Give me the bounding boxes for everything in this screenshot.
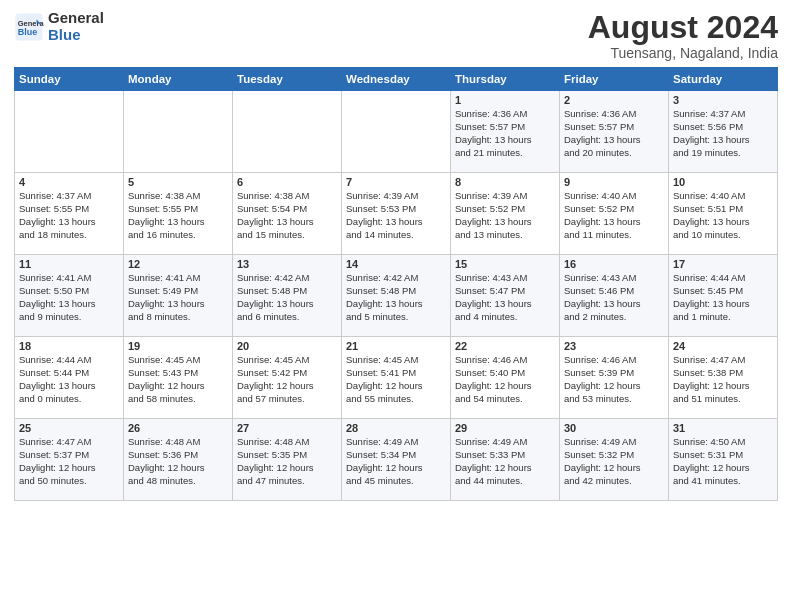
day-number: 9 bbox=[564, 176, 664, 188]
cell-details: Sunrise: 4:50 AMSunset: 5:31 PMDaylight:… bbox=[673, 436, 773, 487]
weekday-header-saturday: Saturday bbox=[669, 68, 778, 91]
cell-details: Sunrise: 4:45 AMSunset: 5:43 PMDaylight:… bbox=[128, 354, 228, 405]
cell-details: Sunrise: 4:49 AMSunset: 5:34 PMDaylight:… bbox=[346, 436, 446, 487]
cell-details: Sunrise: 4:48 AMSunset: 5:36 PMDaylight:… bbox=[128, 436, 228, 487]
calendar-cell: 24Sunrise: 4:47 AMSunset: 5:38 PMDayligh… bbox=[669, 337, 778, 419]
calendar-week-row: 25Sunrise: 4:47 AMSunset: 5:37 PMDayligh… bbox=[15, 419, 778, 501]
cell-details: Sunrise: 4:44 AMSunset: 5:44 PMDaylight:… bbox=[19, 354, 119, 405]
calendar-page: General Blue GeneralBlue August 2024 Tue… bbox=[0, 0, 792, 511]
calendar-cell: 22Sunrise: 4:46 AMSunset: 5:40 PMDayligh… bbox=[451, 337, 560, 419]
weekday-header-row: SundayMondayTuesdayWednesdayThursdayFrid… bbox=[15, 68, 778, 91]
calendar-cell: 12Sunrise: 4:41 AMSunset: 5:49 PMDayligh… bbox=[124, 255, 233, 337]
day-number: 19 bbox=[128, 340, 228, 352]
calendar-table: SundayMondayTuesdayWednesdayThursdayFrid… bbox=[14, 67, 778, 501]
day-number: 15 bbox=[455, 258, 555, 270]
cell-details: Sunrise: 4:45 AMSunset: 5:42 PMDaylight:… bbox=[237, 354, 337, 405]
day-number: 28 bbox=[346, 422, 446, 434]
day-number: 16 bbox=[564, 258, 664, 270]
calendar-cell: 17Sunrise: 4:44 AMSunset: 5:45 PMDayligh… bbox=[669, 255, 778, 337]
day-number: 7 bbox=[346, 176, 446, 188]
cell-details: Sunrise: 4:36 AMSunset: 5:57 PMDaylight:… bbox=[455, 108, 555, 159]
weekday-header-monday: Monday bbox=[124, 68, 233, 91]
calendar-week-row: 4Sunrise: 4:37 AMSunset: 5:55 PMDaylight… bbox=[15, 173, 778, 255]
calendar-cell: 11Sunrise: 4:41 AMSunset: 5:50 PMDayligh… bbox=[15, 255, 124, 337]
calendar-cell: 13Sunrise: 4:42 AMSunset: 5:48 PMDayligh… bbox=[233, 255, 342, 337]
location-subtitle: Tuensang, Nagaland, India bbox=[588, 45, 778, 61]
calendar-cell bbox=[342, 91, 451, 173]
calendar-cell bbox=[233, 91, 342, 173]
calendar-cell: 21Sunrise: 4:45 AMSunset: 5:41 PMDayligh… bbox=[342, 337, 451, 419]
weekday-header-wednesday: Wednesday bbox=[342, 68, 451, 91]
calendar-cell bbox=[124, 91, 233, 173]
calendar-cell: 4Sunrise: 4:37 AMSunset: 5:55 PMDaylight… bbox=[15, 173, 124, 255]
day-number: 25 bbox=[19, 422, 119, 434]
title-block: August 2024 Tuensang, Nagaland, India bbox=[588, 10, 778, 61]
weekday-header-friday: Friday bbox=[560, 68, 669, 91]
calendar-cell: 27Sunrise: 4:48 AMSunset: 5:35 PMDayligh… bbox=[233, 419, 342, 501]
day-number: 30 bbox=[564, 422, 664, 434]
calendar-cell: 2Sunrise: 4:36 AMSunset: 5:57 PMDaylight… bbox=[560, 91, 669, 173]
calendar-week-row: 11Sunrise: 4:41 AMSunset: 5:50 PMDayligh… bbox=[15, 255, 778, 337]
cell-details: Sunrise: 4:46 AMSunset: 5:39 PMDaylight:… bbox=[564, 354, 664, 405]
calendar-cell: 9Sunrise: 4:40 AMSunset: 5:52 PMDaylight… bbox=[560, 173, 669, 255]
day-number: 24 bbox=[673, 340, 773, 352]
month-year-title: August 2024 bbox=[588, 10, 778, 45]
cell-details: Sunrise: 4:37 AMSunset: 5:56 PMDaylight:… bbox=[673, 108, 773, 159]
day-number: 22 bbox=[455, 340, 555, 352]
day-number: 20 bbox=[237, 340, 337, 352]
day-number: 13 bbox=[237, 258, 337, 270]
cell-details: Sunrise: 4:47 AMSunset: 5:37 PMDaylight:… bbox=[19, 436, 119, 487]
cell-details: Sunrise: 4:44 AMSunset: 5:45 PMDaylight:… bbox=[673, 272, 773, 323]
cell-details: Sunrise: 4:40 AMSunset: 5:52 PMDaylight:… bbox=[564, 190, 664, 241]
calendar-cell: 1Sunrise: 4:36 AMSunset: 5:57 PMDaylight… bbox=[451, 91, 560, 173]
cell-details: Sunrise: 4:43 AMSunset: 5:47 PMDaylight:… bbox=[455, 272, 555, 323]
calendar-cell: 29Sunrise: 4:49 AMSunset: 5:33 PMDayligh… bbox=[451, 419, 560, 501]
day-number: 14 bbox=[346, 258, 446, 270]
day-number: 17 bbox=[673, 258, 773, 270]
cell-details: Sunrise: 4:37 AMSunset: 5:55 PMDaylight:… bbox=[19, 190, 119, 241]
day-number: 23 bbox=[564, 340, 664, 352]
calendar-cell: 20Sunrise: 4:45 AMSunset: 5:42 PMDayligh… bbox=[233, 337, 342, 419]
cell-details: Sunrise: 4:46 AMSunset: 5:40 PMDaylight:… bbox=[455, 354, 555, 405]
day-number: 3 bbox=[673, 94, 773, 106]
day-number: 5 bbox=[128, 176, 228, 188]
weekday-header-sunday: Sunday bbox=[15, 68, 124, 91]
header: General Blue GeneralBlue August 2024 Tue… bbox=[14, 10, 778, 61]
calendar-cell: 31Sunrise: 4:50 AMSunset: 5:31 PMDayligh… bbox=[669, 419, 778, 501]
day-number: 6 bbox=[237, 176, 337, 188]
day-number: 8 bbox=[455, 176, 555, 188]
weekday-header-thursday: Thursday bbox=[451, 68, 560, 91]
day-number: 11 bbox=[19, 258, 119, 270]
cell-details: Sunrise: 4:43 AMSunset: 5:46 PMDaylight:… bbox=[564, 272, 664, 323]
cell-details: Sunrise: 4:39 AMSunset: 5:52 PMDaylight:… bbox=[455, 190, 555, 241]
calendar-cell: 28Sunrise: 4:49 AMSunset: 5:34 PMDayligh… bbox=[342, 419, 451, 501]
calendar-cell: 14Sunrise: 4:42 AMSunset: 5:48 PMDayligh… bbox=[342, 255, 451, 337]
cell-details: Sunrise: 4:49 AMSunset: 5:33 PMDaylight:… bbox=[455, 436, 555, 487]
day-number: 2 bbox=[564, 94, 664, 106]
weekday-header-tuesday: Tuesday bbox=[233, 68, 342, 91]
cell-details: Sunrise: 4:47 AMSunset: 5:38 PMDaylight:… bbox=[673, 354, 773, 405]
cell-details: Sunrise: 4:40 AMSunset: 5:51 PMDaylight:… bbox=[673, 190, 773, 241]
cell-details: Sunrise: 4:42 AMSunset: 5:48 PMDaylight:… bbox=[237, 272, 337, 323]
calendar-cell bbox=[15, 91, 124, 173]
logo: General Blue GeneralBlue bbox=[14, 10, 104, 43]
cell-details: Sunrise: 4:45 AMSunset: 5:41 PMDaylight:… bbox=[346, 354, 446, 405]
calendar-week-row: 1Sunrise: 4:36 AMSunset: 5:57 PMDaylight… bbox=[15, 91, 778, 173]
logo-text: GeneralBlue bbox=[48, 10, 104, 43]
day-number: 18 bbox=[19, 340, 119, 352]
calendar-cell: 7Sunrise: 4:39 AMSunset: 5:53 PMDaylight… bbox=[342, 173, 451, 255]
svg-text:Blue: Blue bbox=[18, 26, 38, 36]
cell-details: Sunrise: 4:36 AMSunset: 5:57 PMDaylight:… bbox=[564, 108, 664, 159]
calendar-cell: 5Sunrise: 4:38 AMSunset: 5:55 PMDaylight… bbox=[124, 173, 233, 255]
cell-details: Sunrise: 4:38 AMSunset: 5:54 PMDaylight:… bbox=[237, 190, 337, 241]
cell-details: Sunrise: 4:42 AMSunset: 5:48 PMDaylight:… bbox=[346, 272, 446, 323]
day-number: 4 bbox=[19, 176, 119, 188]
calendar-cell: 8Sunrise: 4:39 AMSunset: 5:52 PMDaylight… bbox=[451, 173, 560, 255]
logo-icon: General Blue bbox=[14, 12, 44, 42]
day-number: 12 bbox=[128, 258, 228, 270]
cell-details: Sunrise: 4:39 AMSunset: 5:53 PMDaylight:… bbox=[346, 190, 446, 241]
calendar-cell: 25Sunrise: 4:47 AMSunset: 5:37 PMDayligh… bbox=[15, 419, 124, 501]
day-number: 1 bbox=[455, 94, 555, 106]
cell-details: Sunrise: 4:41 AMSunset: 5:49 PMDaylight:… bbox=[128, 272, 228, 323]
calendar-cell: 6Sunrise: 4:38 AMSunset: 5:54 PMDaylight… bbox=[233, 173, 342, 255]
